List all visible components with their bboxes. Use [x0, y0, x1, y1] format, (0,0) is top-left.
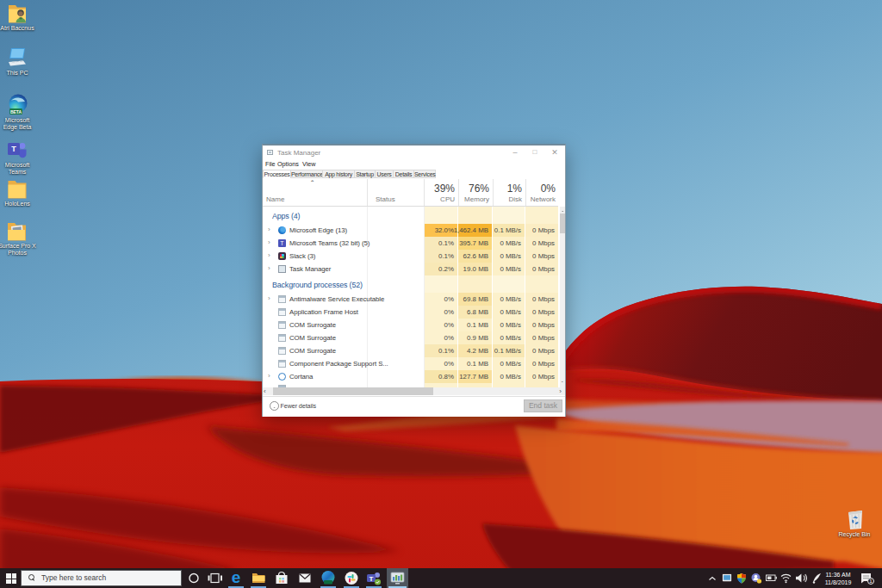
svg-text:e: e — [232, 568, 241, 586]
svg-text:BETA: BETA — [10, 109, 22, 115]
svg-text:T: T — [370, 575, 374, 583]
svg-text:T: T — [11, 145, 16, 153]
